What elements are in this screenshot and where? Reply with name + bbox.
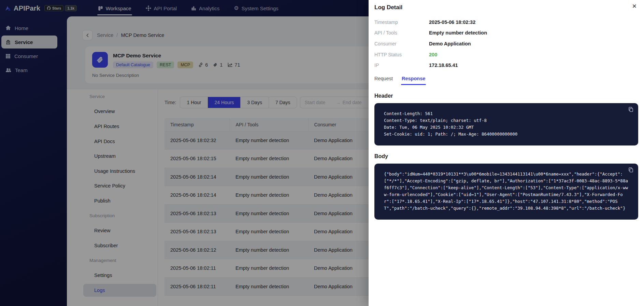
field-label: Timestamp bbox=[374, 19, 429, 25]
drawer-title: Log Detail bbox=[374, 0, 638, 11]
request-response-tabs: RequestResponse bbox=[374, 76, 638, 85]
tab-request[interactable]: Request bbox=[374, 76, 393, 85]
code-block-header: Content-Length: 561 Content-Type: text/p… bbox=[374, 103, 638, 145]
detail-field-http-status: HTTP Status200 bbox=[374, 49, 638, 60]
field-value: Demo Application bbox=[429, 41, 471, 46]
field-label: API / Tools bbox=[374, 30, 429, 36]
field-label: IP bbox=[374, 62, 429, 68]
field-label: Consumer bbox=[374, 41, 429, 46]
detail-field-timestamp: Timestamp2025-05-06 18:02:32 bbox=[374, 17, 638, 28]
log-detail-drawer: Log Detail ✕ Timestamp2025-05-06 18:02:3… bbox=[369, 0, 644, 306]
field-value: 200 bbox=[429, 52, 437, 57]
log-detail-fields: Timestamp2025-05-06 18:02:32API / ToolsE… bbox=[374, 17, 638, 71]
section-title-body: Body bbox=[374, 153, 638, 159]
tab-response[interactable]: Response bbox=[402, 76, 425, 85]
app-root: { "nav": { "brand": "APIPark", "logo_ico… bbox=[0, 0, 644, 306]
close-icon[interactable]: ✕ bbox=[632, 3, 637, 9]
field-label: HTTP Status bbox=[374, 52, 429, 57]
field-value: Empty number detection bbox=[429, 30, 487, 36]
section-title-header: Header bbox=[374, 93, 638, 99]
code-block-body: {"body":"idNum=440*0319*10131**3\u00*6mo… bbox=[374, 164, 638, 220]
field-value: 2025-05-06 18:02:32 bbox=[429, 19, 475, 25]
detail-field-api-tools: API / ToolsEmpty number detection bbox=[374, 28, 638, 39]
code-content: {"body":"idNum=440*0319*10131**3\u00*6mo… bbox=[384, 171, 629, 212]
drawer-sections: HeaderContent-Length: 561 Content-Type: … bbox=[374, 93, 638, 220]
copy-icon[interactable] bbox=[628, 167, 634, 173]
field-value: 172.18.65.41 bbox=[429, 62, 458, 68]
detail-field-ip: IP172.18.65.41 bbox=[374, 60, 638, 71]
detail-field-consumer: ConsumerDemo Application bbox=[374, 38, 638, 49]
copy-icon[interactable] bbox=[628, 107, 634, 112]
code-content: Content-Length: 561 Content-Type: text/p… bbox=[384, 110, 629, 138]
